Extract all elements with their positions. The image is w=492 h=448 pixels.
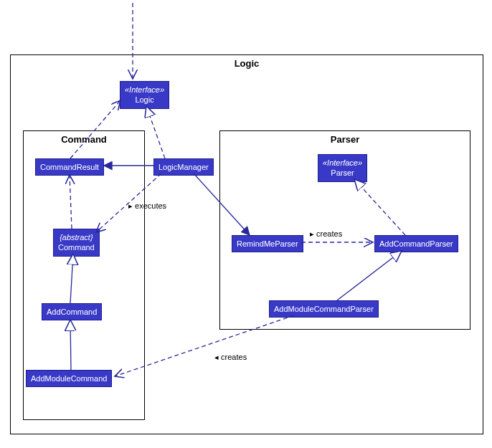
parser-container-label: Parser <box>220 131 470 148</box>
add-module-command-box: AddModuleCommand <box>26 370 112 387</box>
add-module-command-name: AddModuleCommand <box>31 373 107 383</box>
creates-label-2: ◂ creates <box>214 353 247 362</box>
logic-interface-box: «Interface» Logic <box>120 81 169 109</box>
command-abstract-stereotype: {abstract} <box>58 232 95 242</box>
logic-interface-name: Logic <box>125 95 164 105</box>
logic-manager-box: LogicManager <box>153 158 214 176</box>
add-module-cmd-parser-name: AddModuleCommandParser <box>274 304 374 314</box>
logic-manager-name: LogicManager <box>159 162 209 172</box>
command-result-name: CommandResult <box>40 162 99 172</box>
parser-interface-stereotype: «Interface» <box>323 158 362 168</box>
remindme-parser-box: RemindMeParser <box>232 235 303 252</box>
executes-label: ▸ executes <box>128 201 166 211</box>
add-module-cmd-parser-box: AddModuleCommandParser <box>269 300 379 318</box>
command-abstract-name: Command <box>58 242 95 252</box>
command-abstract-box: {abstract} Command <box>53 229 100 257</box>
add-command-parser-name: AddCommandParser <box>379 239 453 249</box>
logic-container-label: Logic <box>11 55 483 72</box>
parser-interface-name: Parser <box>323 168 362 178</box>
add-command-parser-box: AddCommandParser <box>374 235 458 252</box>
command-result-box: CommandResult <box>35 158 104 176</box>
creates-label-1: ▸ creates <box>310 229 342 239</box>
parser-interface-box: «Interface» Parser <box>318 154 367 182</box>
logic-interface-stereotype: «Interface» <box>125 85 164 95</box>
add-command-box: AddCommand <box>42 303 102 320</box>
remindme-parser-name: RemindMeParser <box>237 239 298 249</box>
add-command-name: AddCommand <box>47 307 97 317</box>
command-container-label: Command <box>24 131 144 148</box>
